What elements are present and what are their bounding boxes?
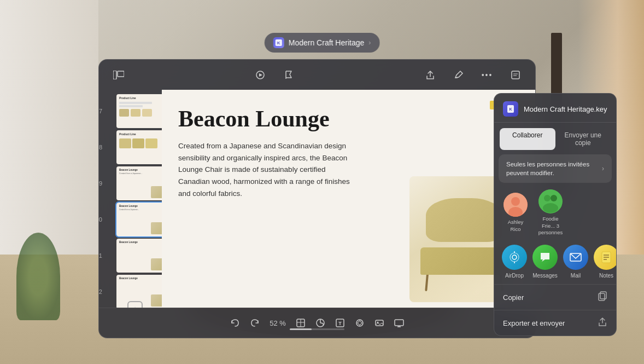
- svg-text:K: K: [277, 41, 280, 45]
- redo-button[interactable]: [250, 318, 260, 328]
- share-file-icon: K: [503, 101, 518, 117]
- collab-ashley-label: Ashley Rico: [502, 219, 529, 233]
- notes-icon: [594, 245, 617, 270]
- share-tabs: Collaborer Envoyer une copie: [500, 128, 611, 150]
- tab-collaborate[interactable]: Collaborer: [500, 128, 555, 150]
- export-label: Exporter et envoyer: [503, 319, 565, 327]
- airdrop-label: AirDrop: [505, 273, 524, 279]
- slide-thumbnail-8[interactable]: Product Line: [116, 130, 162, 164]
- chart-button[interactable]: [315, 318, 325, 328]
- svg-point-34: [512, 255, 517, 259]
- avatar-ashley: [504, 193, 528, 217]
- share-notes-button[interactable]: Notes: [594, 245, 617, 279]
- svg-rect-44: [599, 293, 605, 301]
- slide-thumbnails-panel: 7 Product Line 8 Product Lin: [99, 90, 162, 308]
- bottom-toolbar: 52 % T: [99, 308, 535, 338]
- app-title-chevron: ›: [368, 39, 371, 47]
- progress-fill: [290, 328, 312, 330]
- add-slide-button[interactable]: +: [127, 301, 143, 308]
- share-filename: Modern Craft Heritage.key: [524, 105, 607, 113]
- slide-number-9: 9: [99, 180, 102, 187]
- airdrop-icon: [502, 245, 527, 270]
- slide-body-text: Created from a Japanese and Scandinavian…: [178, 140, 353, 199]
- svg-point-28: [511, 197, 520, 206]
- copy-label: Copier: [503, 293, 524, 302]
- slide-thumbnail-7[interactable]: Product Line: [116, 94, 162, 128]
- svg-point-32: [551, 195, 557, 201]
- share-mail-button[interactable]: Mail: [563, 245, 588, 279]
- presenter-notes-button[interactable]: [507, 66, 524, 84]
- notes-label: Notes: [599, 273, 613, 279]
- svg-point-33: [543, 203, 558, 213]
- table-button[interactable]: [296, 318, 306, 328]
- messages-label: Messages: [532, 273, 558, 279]
- slide-number-12: 12: [99, 288, 102, 295]
- copy-icon: [598, 291, 607, 303]
- screen-button[interactable]: [394, 318, 404, 328]
- zoom-level[interactable]: 52 %: [270, 319, 286, 327]
- svg-point-31: [544, 195, 551, 201]
- tab-send-copy[interactable]: Envoyer une copie: [555, 128, 611, 150]
- permission-row[interactable]: Seules les personnes invitées peuvent mo…: [499, 154, 612, 183]
- svg-rect-19: [358, 321, 362, 325]
- mail-icon: [563, 245, 588, 270]
- background-plant: [16, 233, 60, 320]
- slide-number-10: 10: [99, 216, 102, 223]
- progress-bar: [290, 328, 344, 330]
- slide-number-7: 7: [99, 108, 102, 114]
- collaborators-row: Ashley Rico Foodie Frie... 3 personnes: [494, 185, 616, 240]
- share-icons-row: AirDrop Messages Mail Notes: [494, 240, 616, 284]
- svg-rect-43: [600, 292, 606, 299]
- svg-text:T: T: [338, 321, 342, 326]
- shapes-button[interactable]: [355, 318, 365, 328]
- slide-thumbnail-10[interactable]: Beacon Lounge Created from a Japanese...: [116, 203, 162, 236]
- permission-text: Seules les personnes invitées peuvent mo…: [506, 160, 602, 177]
- share-airdrop-button[interactable]: AirDrop: [502, 245, 527, 279]
- presentation-window: ••• 7 Product Line: [98, 59, 536, 338]
- app-top-bar[interactable]: K Modern Craft Heritage ›: [265, 33, 380, 53]
- permission-chevron: ›: [602, 165, 604, 172]
- flag-button[interactable]: [280, 66, 297, 84]
- mail-label: Mail: [571, 273, 581, 279]
- share-header: K Modern Craft Heritage.key: [494, 94, 616, 123]
- play-button[interactable]: [251, 66, 269, 84]
- presentation-toolbar: •••: [99, 60, 535, 90]
- svg-rect-22: [395, 320, 403, 326]
- slide-thumbnail-11[interactable]: Beacon Lounge: [116, 239, 162, 273]
- collab-group-label: Foodie Frie... 3 personnes: [537, 216, 564, 236]
- avatar-group: [538, 189, 563, 213]
- svg-rect-2: [113, 71, 116, 79]
- svg-marker-5: [259, 73, 262, 77]
- messages-icon: [532, 245, 558, 270]
- collaborator-group[interactable]: Foodie Frie... 3 personnes: [537, 189, 564, 236]
- share-panel: K Modern Craft Heritage.key Collaborer E…: [494, 93, 617, 336]
- text-button[interactable]: T: [335, 318, 345, 328]
- copy-action-row[interactable]: Copier: [494, 284, 616, 310]
- app-title: Modern Craft Heritage: [289, 38, 365, 47]
- svg-rect-20: [376, 320, 383, 326]
- export-icon: [598, 317, 607, 329]
- slide-thumbnail-9[interactable]: Beacon Lounge Created from a Japanese...: [116, 166, 162, 200]
- slide-number-11: 11: [99, 252, 102, 259]
- svg-rect-8: [512, 71, 519, 79]
- slide-heading: Beacon Lounge: [178, 106, 519, 131]
- media-button[interactable]: [374, 318, 384, 328]
- share-messages-button[interactable]: Messages: [532, 245, 558, 279]
- collaborator-ashley[interactable]: Ashley Rico: [502, 193, 529, 233]
- app-icon: K: [273, 37, 284, 48]
- svg-point-35: [510, 253, 519, 262]
- slides-panel-toggle-button[interactable]: [110, 66, 127, 84]
- annotate-button[interactable]: [450, 66, 467, 84]
- more-options-button[interactable]: •••: [478, 66, 496, 84]
- undo-button[interactable]: [230, 318, 240, 328]
- slide-main-area: Beacon Lounge Created from a Japanese an…: [162, 90, 535, 308]
- svg-rect-3: [118, 71, 124, 77]
- share-button[interactable]: [421, 66, 439, 84]
- svg-text:K: K: [509, 107, 512, 111]
- slide-number-8: 8: [99, 144, 102, 151]
- export-action-row[interactable]: Exporter et envoyer: [494, 310, 616, 336]
